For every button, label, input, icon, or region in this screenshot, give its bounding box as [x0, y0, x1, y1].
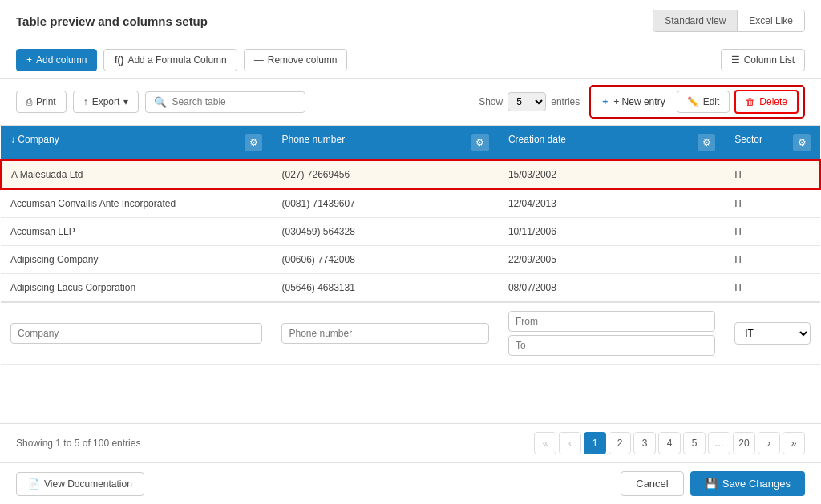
pagination-bar: Showing 1 to 5 of 100 entries « ‹ 1 2 3 …: [0, 423, 821, 462]
export-icon: ↑: [83, 96, 88, 107]
save-changes-button[interactable]: 💾 Save Changes: [690, 471, 805, 496]
page-1-button[interactable]: 1: [584, 432, 606, 454]
cell-company: Adipiscing Lacus Corporation: [1, 274, 272, 303]
footer: 📄 View Documentation Cancel 💾 Save Chang…: [0, 462, 821, 504]
header: Table preview and columns setup Standard…: [0, 0, 821, 42]
table-row[interactable]: Accumsan LLP(030459) 56432810/11/2006IT: [1, 218, 820, 246]
add-formula-button[interactable]: f() Add a Formula Column: [103, 49, 237, 71]
cell-date: 10/11/2006: [499, 218, 725, 246]
entry-actions-group: + + New entry ✏️ Edit 🗑 Delete: [589, 85, 805, 119]
cell-date: 22/09/2005: [499, 246, 725, 274]
cell-company: Adipiscing Company: [1, 246, 272, 274]
table-row[interactable]: Adipiscing Lacus Corporation(05646) 4683…: [1, 274, 820, 303]
new-entry-button[interactable]: + + New entry: [596, 93, 671, 111]
col-date: Creation date ⚙: [499, 126, 725, 160]
excel-view-button[interactable]: Excel Like: [738, 10, 804, 31]
data-table: ↓ Company ⚙ Phone number ⚙ Creation date…: [0, 126, 821, 365]
cell-phone: (05646) 4683131: [272, 274, 498, 303]
page: Table preview and columns setup Standard…: [0, 0, 821, 504]
cell-sector: IT: [725, 218, 820, 246]
col-sector: Sector ⚙: [725, 126, 820, 160]
cell-sector: IT: [725, 246, 820, 274]
print-icon: ⎙: [26, 96, 32, 107]
first-page-button[interactable]: «: [534, 432, 556, 454]
plus-icon: +: [26, 54, 32, 66]
page-ellipsis: …: [708, 432, 730, 454]
cell-phone: (00606) 7742008: [272, 246, 498, 274]
pagination-controls: « ‹ 1 2 3 4 5 … 20 › »: [534, 432, 805, 454]
cell-sector: IT: [725, 274, 820, 303]
cell-phone: (0081) 71439607: [272, 189, 498, 218]
search-box: 🔍: [145, 91, 305, 113]
filter-sector-select[interactable]: IT: [734, 322, 811, 345]
cancel-button[interactable]: Cancel: [621, 471, 683, 496]
table-row[interactable]: A Malesuada Ltd(027) 7266945615/03/2002I…: [1, 160, 820, 189]
col-company: ↓ Company ⚙: [1, 126, 272, 160]
cell-sector: IT: [725, 160, 820, 189]
view-toggle: Standard view Excel Like: [653, 10, 805, 32]
cell-date: 08/07/2008: [499, 274, 725, 303]
prev-page-button[interactable]: ‹: [559, 432, 581, 454]
doc-icon: 📄: [28, 478, 40, 490]
sector-col-settings[interactable]: ⚙: [793, 134, 811, 151]
remove-column-button[interactable]: — Remove column: [244, 49, 348, 71]
page-2-button[interactable]: 2: [609, 432, 631, 454]
last-page-button[interactable]: »: [783, 432, 805, 454]
cell-company: A Malesuada Ltd: [1, 160, 272, 189]
cell-phone: (027) 72669456: [272, 160, 498, 189]
minus-icon: —: [254, 54, 264, 66]
cell-phone: (030459) 564328: [272, 218, 498, 246]
page-20-button[interactable]: 20: [733, 432, 755, 454]
pagination-info: Showing 1 to 5 of 100 entries: [16, 437, 140, 449]
col-phone: Phone number ⚙: [272, 126, 498, 160]
column-list-button[interactable]: ☰ Column List: [721, 49, 805, 71]
action-left: ⎙ Print ↑ Export ▾ 🔍: [16, 91, 305, 113]
formula-icon: f(): [114, 54, 123, 66]
table-row[interactable]: Accumsan Convallis Ante Incorporated(008…: [1, 189, 820, 218]
table-container: ↓ Company ⚙ Phone number ⚙ Creation date…: [0, 126, 821, 423]
table-header-row: ↓ Company ⚙ Phone number ⚙ Creation date…: [1, 126, 820, 160]
edit-icon: ✏️: [687, 96, 699, 107]
search-input[interactable]: [172, 96, 297, 107]
cell-company: Accumsan LLP: [1, 218, 272, 246]
sort-icon: ↓: [10, 134, 18, 145]
print-button[interactable]: ⎙ Print: [16, 91, 67, 113]
export-button[interactable]: ↑ Export ▾: [73, 91, 140, 113]
cell-date: 15/03/2002: [499, 160, 725, 189]
column-toolbar: + Add column f() Add a Formula Column — …: [0, 42, 821, 79]
list-icon: ☰: [731, 54, 740, 66]
plus-icon-new: +: [602, 96, 608, 107]
action-bar: ⎙ Print ↑ Export ▾ 🔍 Show 5 10 25: [0, 79, 821, 126]
filter-date-from-input[interactable]: [508, 311, 715, 332]
delete-button[interactable]: 🗑 Delete: [734, 90, 799, 114]
filter-date-to-input[interactable]: [508, 335, 715, 356]
page-4-button[interactable]: 4: [658, 432, 681, 454]
table-row[interactable]: Adipiscing Company(00606) 774200822/09/2…: [1, 246, 820, 274]
filter-company-input[interactable]: [10, 323, 262, 344]
date-col-settings[interactable]: ⚙: [698, 134, 715, 151]
search-icon: 🔍: [154, 96, 167, 108]
add-column-button[interactable]: + Add column: [16, 49, 97, 71]
page-title: Table preview and columns setup: [16, 14, 208, 28]
filter-phone-input[interactable]: [281, 323, 488, 344]
filter-row: IT: [1, 302, 820, 365]
view-documentation-button[interactable]: 📄 View Documentation: [16, 472, 144, 496]
phone-col-settings[interactable]: ⚙: [471, 134, 489, 151]
next-page-button[interactable]: ›: [758, 432, 780, 454]
show-entries: Show 5 10 25 entries: [479, 92, 580, 111]
standard-view-button[interactable]: Standard view: [653, 10, 738, 31]
cell-sector: IT: [725, 189, 820, 218]
export-chevron-icon: ▾: [123, 96, 128, 107]
page-3-button[interactable]: 3: [633, 432, 656, 454]
footer-left: 📄 View Documentation: [16, 472, 144, 496]
page-5-button[interactable]: 5: [683, 432, 706, 454]
footer-right: Cancel 💾 Save Changes: [621, 471, 805, 496]
save-icon: 💾: [705, 478, 718, 490]
toolbar-left: + Add column f() Add a Formula Column — …: [16, 49, 347, 71]
trash-icon: 🗑: [746, 96, 755, 107]
company-col-settings[interactable]: ⚙: [245, 134, 262, 151]
cell-company: Accumsan Convallis Ante Incorporated: [1, 189, 272, 218]
cell-date: 12/04/2013: [499, 189, 725, 218]
edit-button[interactable]: ✏️ Edit: [677, 91, 730, 113]
show-select[interactable]: 5 10 25: [508, 92, 546, 111]
